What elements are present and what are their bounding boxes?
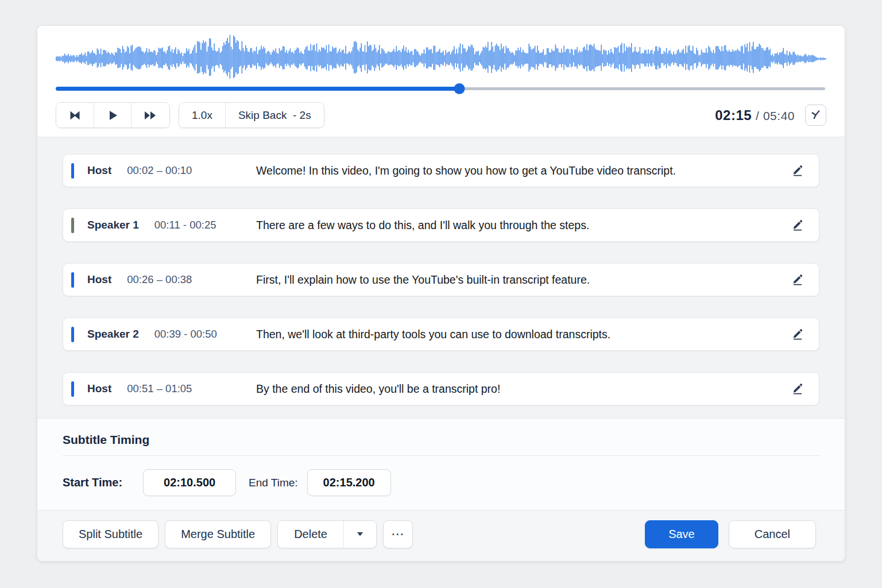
transport-button-group — [56, 102, 170, 128]
speaker-accent-bar — [71, 327, 74, 342]
skip-to-start-button[interactable] — [56, 103, 94, 127]
speaker-accent-bar — [71, 163, 74, 179]
subtitle-row[interactable]: Host 00:02 – 00:10 Welcome! In this vide… — [63, 154, 819, 187]
subtitle-timing-section: Subtitle Timing Start Time: End Time: — [37, 418, 845, 510]
subtitle-row[interactable]: Speaker 2 00:39 - 00:50 Then, we'll look… — [63, 318, 819, 351]
action-bar: Split Subtitle Merge Subtitle Delete ⋯ S… — [37, 510, 845, 561]
playback-options-group: 1.0x Skip Back - 2s — [179, 102, 324, 128]
fast-forward-icon — [143, 109, 158, 122]
pencil-icon — [791, 272, 804, 288]
playback-speed-button[interactable]: 1.0x — [179, 103, 226, 127]
total-duration: 05:40 — [763, 109, 795, 123]
start-time-label: Start Time: — [63, 476, 122, 489]
subtitle-meta: Host 00:02 – 00:10 — [71, 163, 256, 179]
subtitle-text: First, I'll explain how to use the YouTu… — [256, 273, 786, 287]
delete-button[interactable]: Delete — [278, 521, 344, 548]
pencil-icon — [791, 218, 804, 233]
follow-playhead-button[interactable] — [805, 105, 826, 126]
delete-options-button[interactable] — [344, 521, 376, 548]
edit-subtitle-button[interactable] — [786, 268, 810, 292]
subtitle-editor-panel: 1.0x Skip Back - 2s 02:15 / 05:40 Host 0… — [37, 25, 845, 562]
subtitle-row[interactable]: Host 00:51 – 01:05 By the end of this vi… — [63, 372, 819, 405]
end-time-input[interactable] — [307, 469, 391, 496]
skip-start-icon — [68, 109, 82, 122]
edit-subtitle-button[interactable] — [786, 377, 810, 401]
jump-to-playhead-icon — [810, 109, 822, 122]
progress-fill — [56, 87, 459, 91]
start-time-input[interactable] — [143, 469, 236, 496]
subtitle-timecode: 00:26 – 00:38 — [127, 273, 192, 286]
playback-progress[interactable] — [56, 83, 826, 94]
subtitle-meta: Speaker 1 00:11 - 00:25 — [71, 218, 256, 233]
speaker-accent-bar — [71, 381, 74, 397]
time-separator: / — [756, 109, 759, 123]
player-controls: 1.0x Skip Back - 2s 02:15 / 05:40 — [56, 102, 826, 128]
pencil-icon — [791, 327, 804, 342]
playhead-handle[interactable] — [454, 83, 465, 94]
edit-subtitle-button[interactable] — [786, 322, 810, 346]
subtitle-timecode: 00:02 – 00:10 — [127, 164, 192, 177]
split-subtitle-button[interactable]: Split Subtitle — [63, 520, 158, 548]
speaker-label: Speaker 2 — [87, 328, 139, 341]
section-title: Subtitle Timing — [63, 433, 819, 456]
time-display: 02:15 / 05:40 — [715, 107, 795, 123]
merge-subtitle-button[interactable]: Merge Subtitle — [165, 520, 271, 548]
subtitle-text: There are a few ways to do this, and I'l… — [256, 219, 786, 232]
subtitle-text: Then, we'll look at third-party tools yo… — [256, 328, 786, 341]
subtitle-row[interactable]: Speaker 1 00:11 - 00:25 There are a few … — [63, 208, 819, 242]
speaker-accent-bar — [71, 272, 74, 288]
subtitle-meta: Host 00:51 – 01:05 — [71, 381, 256, 397]
subtitle-meta: Host 00:26 – 00:38 — [71, 272, 256, 288]
pencil-icon — [791, 163, 804, 179]
speaker-accent-bar — [71, 218, 74, 233]
subtitle-text: By the end of this video, you'll be a tr… — [256, 382, 786, 396]
subtitle-timecode: 00:39 - 00:50 — [154, 328, 217, 341]
pencil-icon — [791, 381, 804, 397]
edit-subtitle-button[interactable] — [786, 158, 810, 183]
edit-subtitle-button[interactable] — [786, 213, 810, 237]
speaker-label: Host — [87, 273, 111, 286]
delete-split-button: Delete — [277, 520, 377, 548]
speaker-label: Host — [87, 382, 111, 395]
subtitle-meta: Speaker 2 00:39 - 00:50 — [71, 327, 256, 342]
timing-fields: Start Time: End Time: — [63, 469, 819, 496]
transcript-list: Host 00:02 – 00:10 Welcome! In this vide… — [37, 137, 845, 418]
play-icon — [106, 109, 119, 122]
waveform[interactable] — [56, 34, 826, 82]
end-time-label: End Time: — [249, 477, 298, 489]
speaker-label: Host — [87, 164, 111, 177]
subtitle-text: Welcome! In this video, I'm going to sho… — [256, 164, 786, 177]
caret-down-icon — [356, 531, 364, 537]
cancel-button[interactable]: Cancel — [729, 520, 816, 548]
fast-forward-button[interactable] — [131, 103, 169, 127]
waveform-container — [56, 34, 826, 82]
audio-player: 1.0x Skip Back - 2s 02:15 / 05:40 — [37, 26, 845, 137]
speaker-label: Speaker 1 — [87, 219, 139, 231]
subtitle-timecode: 00:11 - 00:25 — [154, 219, 216, 231]
subtitle-timecode: 00:51 – 01:05 — [127, 382, 192, 395]
play-button[interactable] — [94, 103, 131, 127]
current-time: 02:15 — [715, 107, 752, 123]
subtitle-row[interactable]: Host 00:26 – 00:38 First, I'll explain h… — [63, 263, 819, 296]
save-button[interactable]: Save — [645, 520, 718, 548]
skip-back-2s-button[interactable]: Skip Back - 2s — [226, 103, 324, 127]
more-actions-button[interactable]: ⋯ — [383, 520, 413, 548]
